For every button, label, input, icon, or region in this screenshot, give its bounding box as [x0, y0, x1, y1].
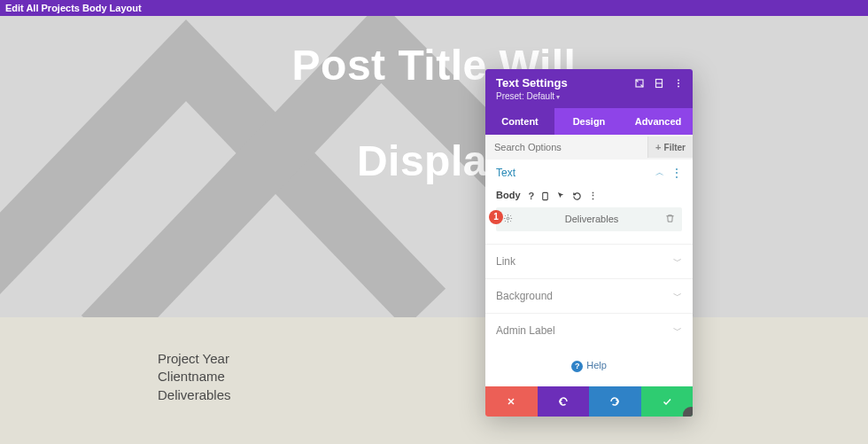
tablet-icon[interactable] [540, 191, 550, 202]
section-admin-label[interactable]: Admin Label ﹀ [485, 313, 693, 347]
chevron-down-icon: ﹀ [673, 290, 682, 302]
top-bar: Edit All Projects Body Layout [0, 0, 868, 16]
hero-line2: Display [0, 138, 868, 185]
section-background[interactable]: Background ﹀ [485, 278, 693, 313]
section-text-header[interactable]: Text ︿ ⋮ [485, 160, 693, 186]
chevron-down-icon: ﹀ [673, 324, 682, 337]
search-input[interactable] [485, 135, 647, 160]
meta-project-year: Project Year [158, 350, 231, 368]
content-area [0, 317, 868, 444]
filter-label: Filter [664, 143, 686, 152]
meta-clientname: Clientname [158, 368, 231, 386]
hero: Post Title Will Display [0, 16, 868, 317]
reset-icon[interactable] [572, 191, 582, 202]
svg-point-8 [507, 217, 509, 220]
body-input[interactable]: Deliverables [496, 207, 682, 231]
help-label: Help [586, 360, 607, 370]
panel-header[interactable]: Text Settings Preset: Default [485, 69, 693, 108]
meta-deliverables: Deliverables [158, 386, 231, 404]
gear-icon[interactable] [503, 214, 513, 225]
trash-icon[interactable] [665, 214, 675, 225]
section-more-icon[interactable]: ⋮ [671, 167, 682, 179]
preset-dropdown[interactable]: Preset: Default [496, 91, 684, 101]
section-link[interactable]: Link ﹀ [485, 244, 693, 278]
redo-button[interactable] [589, 386, 641, 417]
help-icon[interactable]: ? [529, 191, 535, 202]
chevron-down-icon: ﹀ [673, 255, 682, 268]
step-badge: 1 [489, 210, 503, 224]
svg-point-3 [678, 79, 679, 81]
filter-button[interactable]: + Filter [647, 136, 693, 158]
text-settings-panel: Text Settings Preset: Default Content De… [485, 69, 693, 417]
chevron-up-icon: ︿ [655, 167, 664, 179]
search-row: + Filter [485, 135, 693, 160]
cancel-button[interactable] [485, 386, 538, 417]
tab-design[interactable]: Design [554, 108, 624, 135]
undo-button[interactable] [538, 386, 590, 417]
expand-icon[interactable] [634, 78, 645, 89]
section-admin-label-label: Admin Label [496, 324, 555, 337]
snap-icon[interactable] [654, 78, 664, 89]
panel-title: Text Settings [496, 76, 634, 90]
body-label-text: Body [496, 190, 521, 200]
panel-actions [485, 386, 693, 417]
section-text-label: Text [496, 167, 515, 179]
top-bar-title: Edit All Projects Body Layout [5, 3, 142, 13]
help-badge-icon: ? [571, 361, 583, 372]
svg-point-5 [678, 85, 679, 87]
body-value: Deliverables [518, 214, 665, 224]
tabs: Content Design Advanced [485, 108, 693, 135]
project-meta: Project Year Clientname Deliverables [158, 350, 231, 404]
more-icon[interactable] [673, 78, 684, 89]
hero-title: Post Title Will Display [0, 16, 868, 185]
svg-point-4 [678, 82, 679, 84]
help-row[interactable]: ?Help [485, 347, 693, 386]
plus-icon: + [655, 142, 661, 152]
tab-advanced[interactable]: Advanced [624, 108, 693, 135]
section-link-label: Link [496, 255, 515, 268]
section-background-label: Background [496, 290, 553, 302]
svg-rect-6 [543, 192, 548, 199]
tab-content[interactable]: Content [485, 108, 554, 135]
body-more-icon[interactable]: ⋮ [588, 191, 598, 202]
hover-icon[interactable] [556, 191, 566, 202]
body-field-label: Body ? ⋮ [485, 186, 693, 207]
